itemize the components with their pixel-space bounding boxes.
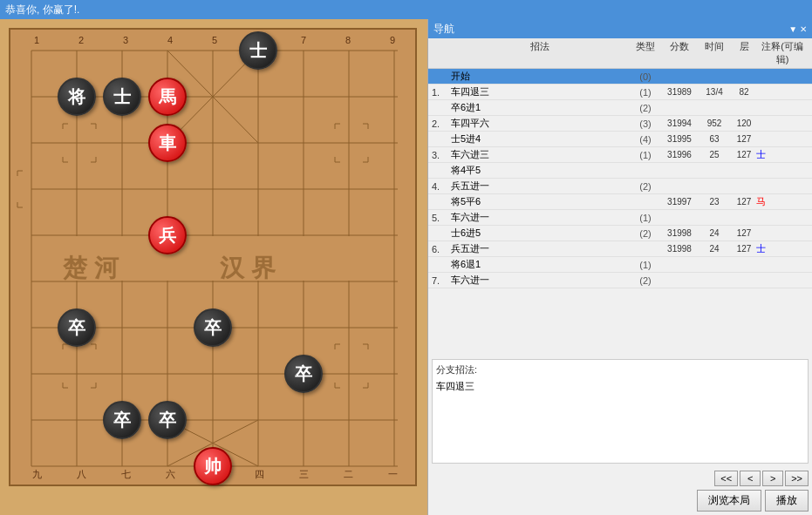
- nav-pagination: << < > >>: [432, 471, 809, 486]
- move-num: 3.: [432, 150, 451, 160]
- browse-button[interactable]: 浏览本局: [697, 490, 761, 512]
- piece-p2[interactable]: 将: [58, 78, 96, 116]
- move-type: (0): [629, 71, 662, 82]
- move-name: 车六进一: [451, 274, 629, 287]
- move-layer: 127: [732, 228, 756, 238]
- move-num: 2.: [432, 119, 451, 129]
- col-label-jiu: 九: [31, 468, 42, 481]
- th-move: 招法: [451, 40, 629, 66]
- col-label-ba: 八: [76, 468, 86, 481]
- th-score: 分数: [662, 40, 697, 66]
- move-name: 车六进三: [451, 148, 629, 161]
- piece-p3[interactable]: 士: [103, 78, 141, 116]
- river-left-text: 楚河: [63, 252, 126, 285]
- branch-panel: 分支招法: 车四退三: [432, 359, 809, 464]
- th-layer: 层: [732, 40, 756, 66]
- piece-p11[interactable]: 卒: [148, 401, 187, 439]
- pagination-last-button[interactable]: >>: [785, 471, 809, 486]
- pagination-first-button[interactable]: <<: [714, 471, 738, 486]
- move-type: (1): [629, 150, 662, 160]
- nav-row[interactable]: 6. 兵五进一 31998 24 127 士: [428, 241, 812, 257]
- move-num: 4.: [432, 181, 451, 192]
- nav-row[interactable]: 开始 (0): [428, 69, 812, 85]
- board-container: 1 2 3 4 5 6 7 8 9 楚河 汉界 九 八 七 六 五 四 三: [9, 28, 417, 486]
- nav-row[interactable]: 将5平6 31997 23 127 马: [428, 194, 812, 210]
- nav-header-icons: ▼ ✕: [788, 24, 807, 34]
- move-layer: 127: [732, 150, 756, 159]
- piece-p9[interactable]: 卒: [284, 355, 323, 393]
- move-layer: 120: [732, 119, 756, 128]
- pagination-prev-button[interactable]: <: [740, 471, 761, 486]
- col-label-liu: 六: [165, 468, 175, 481]
- nav-panel: 导航 ▼ ✕ 招法 类型 分数 时间 层 注释(可编辑) 开始 (0) 1. 车…: [427, 19, 812, 515]
- col-label-si: 四: [254, 468, 264, 481]
- move-num: 1.: [432, 87, 451, 98]
- board-area: 1 2 3 4 5 6 7 8 9 楚河 汉界 九 八 七 六 五 四 三: [0, 19, 427, 515]
- move-type: (2): [629, 275, 662, 286]
- move-time: 13/4: [697, 87, 732, 97]
- move-layer: 127: [732, 244, 756, 254]
- move-name: 开始: [451, 70, 629, 83]
- move-num: 7.: [432, 275, 451, 286]
- th-notes: 注释(可编辑): [756, 40, 809, 66]
- move-name: 卒6进1: [451, 101, 629, 114]
- nav-row[interactable]: 士6进5 (2) 31998 24 127: [428, 226, 812, 241]
- nav-row[interactable]: 卒6进1 (2): [428, 100, 812, 116]
- nav-row[interactable]: 4. 兵五进一 (2): [428, 179, 812, 194]
- move-type: (1): [629, 213, 662, 223]
- branch-content: 车四退三: [436, 380, 804, 393]
- move-name: 车四退三: [451, 85, 629, 98]
- nav-row[interactable]: 2. 车四平六 (3) 31994 952 120: [428, 116, 812, 132]
- pagination-next-button[interactable]: >: [762, 471, 783, 486]
- play-button[interactable]: 播放: [765, 490, 809, 512]
- nav-row[interactable]: 士5进4 (4) 31995 63 127: [428, 132, 812, 147]
- title-bar: 恭喜你, 你赢了!.: [0, 0, 812, 19]
- piece-p12[interactable]: 帅: [194, 447, 232, 485]
- move-type: (2): [629, 103, 662, 113]
- move-layer: 127: [732, 134, 756, 144]
- move-name: 兵五进一: [451, 180, 629, 193]
- piece-p5[interactable]: 車: [148, 124, 187, 162]
- move-name: 将4平5: [451, 164, 629, 177]
- col-label-9: 9: [387, 35, 398, 45]
- col-label-5: 5: [209, 35, 220, 45]
- nav-row[interactable]: 1. 车四退三 (1) 31989 13/4 82: [428, 85, 812, 100]
- col-labels-top: 1 2 3 4 5 6 7 8 9: [31, 35, 398, 45]
- move-score: 31998: [662, 244, 697, 254]
- branch-label: 分支招法:: [436, 363, 804, 376]
- piece-p6[interactable]: 兵: [148, 216, 187, 254]
- move-score: 31994: [662, 119, 697, 128]
- th-time: 时间: [697, 40, 732, 66]
- nav-row[interactable]: 将6退1 (1): [428, 257, 812, 273]
- col-label-7: 7: [298, 35, 309, 45]
- piece-p7[interactable]: 卒: [58, 308, 96, 347]
- river-right-text: 汉界: [220, 252, 283, 285]
- move-layer: 82: [732, 87, 756, 97]
- col-label-8: 8: [343, 35, 353, 45]
- col-label-3: 3: [120, 35, 131, 45]
- move-type: (3): [629, 119, 662, 129]
- move-name: 士6进5: [451, 227, 629, 240]
- move-score: 31989: [662, 87, 697, 97]
- move-notes: 士: [756, 242, 809, 255]
- move-notes: 士: [756, 148, 809, 161]
- nav-row[interactable]: 5. 车六进一 (1): [428, 210, 812, 226]
- nav-row[interactable]: 7. 车六进一 (2): [428, 273, 812, 288]
- piece-p8[interactable]: 卒: [194, 308, 232, 347]
- move-name: 车四平六: [451, 117, 629, 130]
- th-num: [432, 40, 451, 66]
- title-text: 恭喜你, 你赢了!.: [5, 3, 807, 17]
- nav-row[interactable]: 3. 车六进三 (1) 31996 25 127 士: [428, 147, 812, 163]
- th-type: 类型: [629, 40, 662, 66]
- nav-bottom: << < > >> 浏览本局 播放: [428, 467, 812, 515]
- move-name: 将6退1: [451, 258, 629, 271]
- piece-p4[interactable]: 馬: [148, 78, 187, 116]
- move-name: 士5进4: [451, 132, 629, 146]
- move-type: (2): [629, 181, 662, 192]
- piece-p10[interactable]: 卒: [103, 401, 141, 439]
- nav-title: 导航: [433, 22, 454, 37]
- move-score: 31995: [662, 134, 697, 144]
- nav-rows-container: 开始 (0) 1. 车四退三 (1) 31989 13/4 82 卒6进1 (2…: [428, 69, 812, 356]
- nav-row[interactable]: 将4平5: [428, 163, 812, 179]
- piece-p1[interactable]: 士: [239, 31, 277, 70]
